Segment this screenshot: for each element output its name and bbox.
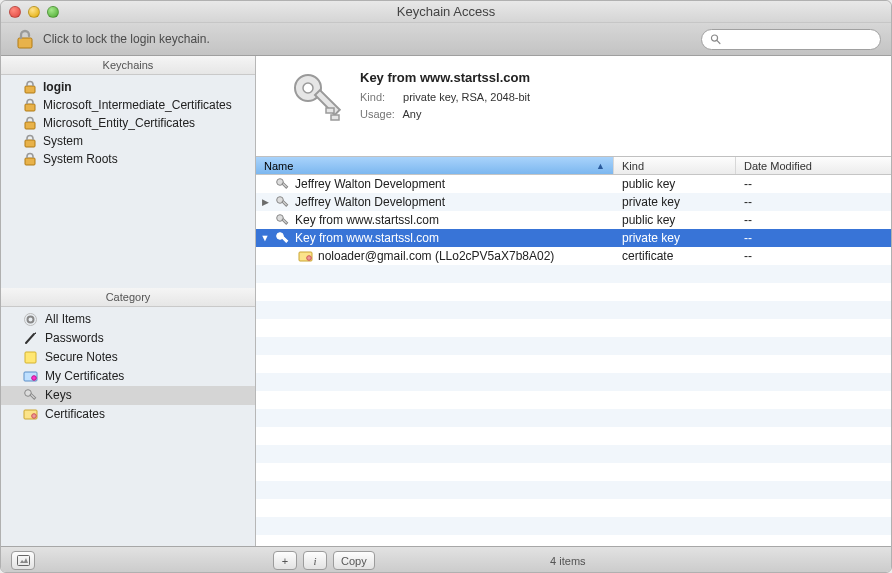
column-kind[interactable]: Kind	[614, 157, 736, 174]
svg-rect-8	[17, 556, 29, 566]
content-pane: Key from www.startssl.com Kind: private …	[256, 56, 891, 546]
window-title: Keychain Access	[1, 4, 891, 19]
row-name: Jeffrey Walton Development	[295, 195, 445, 209]
keychain-label: System	[43, 134, 83, 148]
info-icon: i	[313, 555, 316, 567]
row-date: --	[736, 177, 891, 191]
search-input[interactable]	[726, 32, 872, 46]
row-date: --	[736, 231, 891, 245]
keychain-item[interactable]: Microsoft_Intermediate_Certificates	[1, 96, 255, 114]
table-row[interactable]: Key from www.startssl.compublic key--	[256, 211, 891, 229]
pen-icon	[23, 331, 38, 346]
window-controls	[9, 6, 59, 18]
add-item-button[interactable]: +	[273, 551, 297, 570]
column-name[interactable]: Name ▲	[256, 157, 614, 174]
keychains-list: loginMicrosoft_Intermediate_Certificates…	[1, 75, 255, 171]
category-label: Passwords	[45, 331, 104, 345]
detail-usage-label: Usage:	[360, 106, 400, 123]
sidebar: Keychains loginMicrosoft_Intermediate_Ce…	[1, 56, 256, 546]
category-item[interactable]: Keys	[1, 386, 255, 405]
table-row[interactable]: Jeffrey Walton Developmentpublic key--	[256, 175, 891, 193]
disclosure-triangle-icon[interactable]: ▼	[260, 233, 270, 243]
detail-usage-value: Any	[402, 108, 421, 120]
table-row[interactable]: ▼Key from www.startssl.comprivate key--	[256, 229, 891, 247]
keychain-item[interactable]: System	[1, 132, 255, 150]
row-name: Key from www.startssl.com	[295, 213, 439, 227]
info-button[interactable]: i	[303, 551, 327, 570]
sort-ascending-icon: ▲	[596, 161, 605, 171]
cert-icon	[23, 407, 38, 422]
keychain-item[interactable]: Microsoft_Entity_Certificates	[1, 114, 255, 132]
row-date: --	[736, 195, 891, 209]
row-kind: certificate	[614, 249, 736, 263]
row-name: Key from www.startssl.com	[295, 231, 439, 245]
category-header: Category	[1, 288, 255, 307]
svg-rect-7	[331, 115, 339, 120]
plus-icon: +	[282, 555, 288, 567]
detail-kind-label: Kind:	[360, 89, 400, 106]
mycert-icon	[23, 369, 38, 384]
keychain-item[interactable]: System Roots	[1, 150, 255, 168]
keychains-header: Keychains	[1, 56, 255, 75]
disclosure-triangle-icon[interactable]: ▶	[260, 197, 270, 207]
row-kind: public key	[614, 177, 736, 191]
copy-label: Copy	[341, 555, 367, 567]
category-label: Keys	[45, 388, 72, 402]
category-item[interactable]: Secure Notes	[1, 348, 255, 367]
row-kind: private key	[614, 195, 736, 209]
items-table: Name ▲ Kind Date Modified Jeffrey Walton…	[256, 156, 891, 546]
row-kind: public key	[614, 213, 736, 227]
svg-rect-6	[326, 108, 334, 113]
bottom-bar: + i Copy 4 items	[1, 546, 891, 573]
copy-button[interactable]: Copy	[333, 551, 375, 570]
zoom-window-button[interactable]	[47, 6, 59, 18]
column-date[interactable]: Date Modified	[736, 157, 891, 174]
category-item[interactable]: My Certificates	[1, 367, 255, 386]
svg-line-2	[717, 40, 720, 43]
minimize-window-button[interactable]	[28, 6, 40, 18]
row-date: --	[736, 249, 891, 263]
keychain-item[interactable]: login	[1, 78, 255, 96]
lock-icon	[23, 98, 37, 112]
table-row[interactable]: noloader@gmail.com (LLo2cPV5aX7b8A02)cer…	[256, 247, 891, 265]
lock-keychain-icon[interactable]	[15, 28, 35, 50]
titlebar: Keychain Access	[1, 1, 891, 23]
svg-marker-9	[20, 558, 28, 563]
category-item[interactable]: All Items	[1, 310, 255, 329]
svg-point-4	[303, 83, 313, 93]
search-field[interactable]	[701, 29, 881, 50]
cert-icon	[298, 249, 313, 264]
category-item[interactable]: Certificates	[1, 405, 255, 424]
keychain-label: Microsoft_Intermediate_Certificates	[43, 98, 232, 112]
show-preview-button[interactable]	[11, 551, 35, 570]
lock-icon	[23, 116, 37, 130]
category-item[interactable]: Passwords	[1, 329, 255, 348]
lock-icon	[23, 152, 37, 166]
search-icon	[710, 33, 721, 45]
row-name: Jeffrey Walton Development	[295, 177, 445, 191]
row-name: noloader@gmail.com (LLo2cPV5aX7b8A02)	[318, 249, 554, 263]
column-name-label: Name	[264, 160, 293, 172]
detail-kind-value: private key, RSA, 2048-bit	[403, 91, 530, 103]
category-label: My Certificates	[45, 369, 124, 383]
keychain-label: System Roots	[43, 152, 118, 166]
keychain-label: Microsoft_Entity_Certificates	[43, 116, 195, 130]
key-icon	[23, 388, 38, 403]
row-date: --	[736, 213, 891, 227]
row-kind: private key	[614, 231, 736, 245]
lock-keychain-label: Click to lock the login keychain.	[43, 32, 210, 46]
table-row[interactable]: ▶Jeffrey Walton Developmentprivate key--	[256, 193, 891, 211]
toolbar: Click to lock the login keychain.	[1, 23, 891, 56]
detail-header: Key from www.startssl.com Kind: private …	[256, 56, 891, 156]
key-icon	[275, 177, 290, 192]
category-label: Certificates	[45, 407, 105, 421]
key-icon	[275, 213, 290, 228]
key-icon	[275, 195, 290, 210]
table-header: Name ▲ Kind Date Modified	[256, 157, 891, 175]
svg-rect-0	[18, 38, 32, 48]
preview-icon	[17, 555, 30, 566]
column-date-label: Date Modified	[744, 160, 812, 172]
close-window-button[interactable]	[9, 6, 21, 18]
category-label: Secure Notes	[45, 350, 118, 364]
lock-icon	[23, 80, 37, 94]
